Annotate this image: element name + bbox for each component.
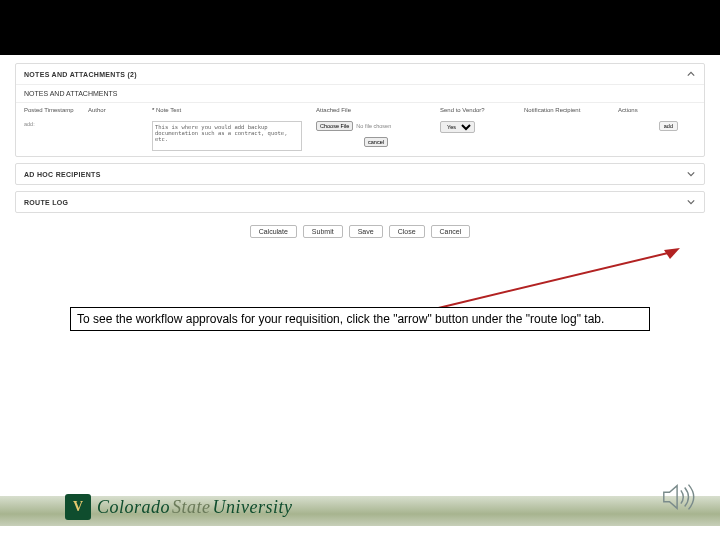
col-attached-file: Attached File: [316, 107, 436, 113]
table-row: add: Choose File No file chosen cancel: [16, 117, 704, 156]
calculate-button[interactable]: Calculate: [250, 225, 297, 238]
cancel-button[interactable]: Cancel: [431, 225, 471, 238]
actions-row: Calculate Submit Save Close Cancel: [15, 219, 705, 240]
add-row-label: add:: [24, 121, 84, 127]
add-note-button[interactable]: add: [659, 121, 678, 131]
panel-title: AD HOC RECIPIENTS: [24, 171, 101, 178]
slide-top-bar: [0, 0, 720, 55]
speaker-icon: [660, 482, 698, 516]
chevron-down-icon[interactable]: [686, 197, 696, 207]
no-file-label: No file chosen: [356, 123, 391, 129]
chevron-up-icon[interactable]: [686, 69, 696, 79]
note-text-input[interactable]: [152, 121, 302, 151]
notes-attachments-header[interactable]: NOTES AND ATTACHMENTS (2): [16, 64, 704, 84]
save-button[interactable]: Save: [349, 225, 383, 238]
ram-mark-icon: V: [65, 494, 91, 520]
csu-logo: V ColoradoStateUniversity: [65, 494, 293, 520]
table-header-row: Posted Timestamp Author Note Text Attach…: [16, 103, 704, 117]
route-log-header[interactable]: ROUTE LOG: [16, 192, 704, 212]
annotation-arrow-icon: [420, 245, 680, 315]
svg-line-0: [430, 253, 668, 310]
col-notification-recipient: Notification Recipient: [524, 107, 614, 113]
choose-file-button[interactable]: Choose File: [316, 121, 353, 131]
chevron-down-icon[interactable]: [686, 169, 696, 179]
annotation-callout: To see the workflow approvals for your r…: [70, 307, 650, 331]
close-button[interactable]: Close: [389, 225, 425, 238]
panel-title: ROUTE LOG: [24, 199, 68, 206]
col-actions: Actions: [618, 107, 678, 113]
submit-button[interactable]: Submit: [303, 225, 343, 238]
annotation-text: To see the workflow approvals for your r…: [77, 312, 604, 326]
cancel-attachment-button[interactable]: cancel: [364, 137, 388, 147]
col-note-text: Note Text: [152, 107, 312, 113]
send-to-vendor-select[interactable]: Yes: [440, 121, 475, 133]
notes-attachments-panel: NOTES AND ATTACHMENTS (2) NOTES AND ATTA…: [15, 63, 705, 157]
svg-marker-2: [664, 486, 677, 509]
ad-hoc-recipients-panel: AD HOC RECIPIENTS: [15, 163, 705, 185]
svg-marker-1: [664, 248, 680, 259]
col-posted: Posted Timestamp: [24, 107, 84, 113]
notes-table: Posted Timestamp Author Note Text Attach…: [16, 102, 704, 156]
notes-attachments-subheading: NOTES AND ATTACHMENTS: [16, 84, 704, 102]
footer: V ColoradoStateUniversity: [0, 478, 720, 526]
logo-text: ColoradoStateUniversity: [97, 497, 293, 518]
col-author: Author: [88, 107, 148, 113]
col-send-to-vendor: Send to Vendor?: [440, 107, 520, 113]
route-log-panel: ROUTE LOG: [15, 191, 705, 213]
panel-title: NOTES AND ATTACHMENTS (2): [24, 71, 137, 78]
ad-hoc-header[interactable]: AD HOC RECIPIENTS: [16, 164, 704, 184]
app-area: NOTES AND ATTACHMENTS (2) NOTES AND ATTA…: [0, 55, 720, 240]
